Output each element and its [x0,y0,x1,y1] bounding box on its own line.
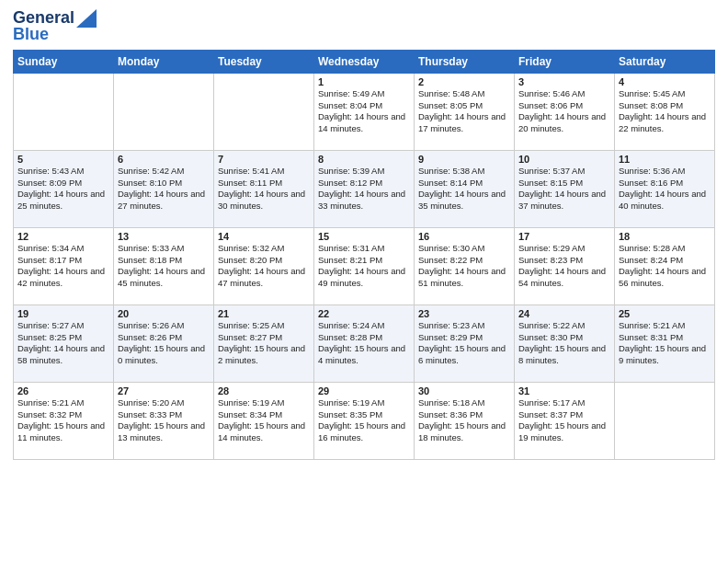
day-header-thursday: Thursday [415,50,515,73]
day-number: 20 [118,308,210,319]
day-cell: 5Sunrise: 5:43 AM Sunset: 8:09 PM Daylig… [14,150,114,227]
day-cell: 12Sunrise: 5:34 AM Sunset: 8:17 PM Dayli… [14,227,114,304]
day-info: Sunrise: 5:25 AM Sunset: 8:27 PM Dayligh… [218,320,310,367]
day-cell: 25Sunrise: 5:21 AM Sunset: 8:31 PM Dayli… [615,304,715,382]
day-info: Sunrise: 5:21 AM Sunset: 8:31 PM Dayligh… [619,320,711,367]
day-cell: 13Sunrise: 5:33 AM Sunset: 8:18 PM Dayli… [114,227,214,304]
day-info: Sunrise: 5:19 AM Sunset: 8:34 PM Dayligh… [218,397,310,444]
day-info: Sunrise: 5:36 AM Sunset: 8:16 PM Dayligh… [619,166,711,213]
day-cell: 6Sunrise: 5:42 AM Sunset: 8:10 PM Daylig… [114,150,214,227]
day-cell: 21Sunrise: 5:25 AM Sunset: 8:27 PM Dayli… [214,304,314,382]
day-cell: 2Sunrise: 5:48 AM Sunset: 8:05 PM Daylig… [415,73,515,150]
day-number: 10 [518,154,610,165]
day-cell: 20Sunrise: 5:26 AM Sunset: 8:26 PM Dayli… [114,304,214,382]
day-number: 15 [318,231,410,242]
day-info: Sunrise: 5:20 AM Sunset: 8:33 PM Dayligh… [118,397,210,444]
week-row-0: 1Sunrise: 5:49 AM Sunset: 8:04 PM Daylig… [14,73,715,150]
day-info: Sunrise: 5:23 AM Sunset: 8:29 PM Dayligh… [418,320,510,367]
day-info: Sunrise: 5:21 AM Sunset: 8:32 PM Dayligh… [17,397,109,444]
day-info: Sunrise: 5:43 AM Sunset: 8:09 PM Dayligh… [17,166,109,213]
day-info: Sunrise: 5:17 AM Sunset: 8:37 PM Dayligh… [518,397,610,444]
day-cell: 30Sunrise: 5:18 AM Sunset: 8:36 PM Dayli… [415,382,515,459]
day-cell: 26Sunrise: 5:21 AM Sunset: 8:32 PM Dayli… [14,382,114,459]
day-info: Sunrise: 5:28 AM Sunset: 8:24 PM Dayligh… [619,243,711,290]
day-header-sunday: Sunday [14,50,114,73]
day-number: 4 [619,76,711,87]
day-cell: 22Sunrise: 5:24 AM Sunset: 8:28 PM Dayli… [314,304,415,382]
day-cell: 31Sunrise: 5:17 AM Sunset: 8:37 PM Dayli… [515,382,615,459]
day-number: 26 [17,385,109,396]
day-header-monday: Monday [114,50,214,73]
day-number: 1 [318,76,410,87]
day-number: 29 [318,385,410,396]
calendar-table: SundayMondayTuesdayWednesdayThursdayFrid… [13,50,715,460]
day-info: Sunrise: 5:31 AM Sunset: 8:21 PM Dayligh… [318,243,410,290]
day-info: Sunrise: 5:46 AM Sunset: 8:06 PM Dayligh… [518,88,610,135]
day-cell: 8Sunrise: 5:39 AM Sunset: 8:12 PM Daylig… [314,150,415,227]
day-info: Sunrise: 5:32 AM Sunset: 8:20 PM Dayligh… [218,243,310,290]
day-cell: 1Sunrise: 5:49 AM Sunset: 8:04 PM Daylig… [314,73,415,150]
day-number: 7 [218,154,310,165]
day-cell [214,73,314,150]
day-cell [14,73,114,150]
logo: General Blue [13,9,97,44]
day-number: 25 [619,308,711,319]
day-cell: 7Sunrise: 5:41 AM Sunset: 8:11 PM Daylig… [214,150,314,227]
day-number: 5 [17,154,109,165]
day-number: 12 [17,231,109,242]
day-number: 30 [418,385,510,396]
day-number: 27 [118,385,210,396]
day-info: Sunrise: 5:24 AM Sunset: 8:28 PM Dayligh… [318,320,410,367]
day-info: Sunrise: 5:29 AM Sunset: 8:23 PM Dayligh… [518,243,610,290]
day-info: Sunrise: 5:27 AM Sunset: 8:25 PM Dayligh… [17,320,109,367]
day-cell: 19Sunrise: 5:27 AM Sunset: 8:25 PM Dayli… [14,304,114,382]
day-number: 18 [619,231,711,242]
day-info: Sunrise: 5:49 AM Sunset: 8:04 PM Dayligh… [318,88,410,135]
logo-triangle-icon [76,9,97,28]
day-info: Sunrise: 5:33 AM Sunset: 8:18 PM Dayligh… [118,243,210,290]
logo-text: General Blue [13,9,97,44]
day-cell [615,382,715,459]
day-header-tuesday: Tuesday [214,50,314,73]
day-number: 11 [619,154,711,165]
day-info: Sunrise: 5:18 AM Sunset: 8:36 PM Dayligh… [418,397,510,444]
day-cell: 11Sunrise: 5:36 AM Sunset: 8:16 PM Dayli… [615,150,715,227]
day-cell: 23Sunrise: 5:23 AM Sunset: 8:29 PM Dayli… [415,304,515,382]
day-number: 9 [418,154,510,165]
day-number: 17 [518,231,610,242]
day-info: Sunrise: 5:19 AM Sunset: 8:35 PM Dayligh… [318,397,410,444]
week-row-4: 26Sunrise: 5:21 AM Sunset: 8:32 PM Dayli… [14,382,715,459]
day-cell: 14Sunrise: 5:32 AM Sunset: 8:20 PM Dayli… [214,227,314,304]
day-number: 3 [518,76,610,87]
day-info: Sunrise: 5:42 AM Sunset: 8:10 PM Dayligh… [118,166,210,213]
svg-marker-0 [76,9,97,28]
day-cell: 9Sunrise: 5:38 AM Sunset: 8:14 PM Daylig… [415,150,515,227]
day-number: 24 [518,308,610,319]
week-row-3: 19Sunrise: 5:27 AM Sunset: 8:25 PM Dayli… [14,304,715,382]
day-cell: 3Sunrise: 5:46 AM Sunset: 8:06 PM Daylig… [515,73,615,150]
day-cell: 24Sunrise: 5:22 AM Sunset: 8:30 PM Dayli… [515,304,615,382]
day-number: 13 [118,231,210,242]
week-row-1: 5Sunrise: 5:43 AM Sunset: 8:09 PM Daylig… [14,150,715,227]
day-header-wednesday: Wednesday [314,50,415,73]
day-cell: 4Sunrise: 5:45 AM Sunset: 8:08 PM Daylig… [615,73,715,150]
day-number: 31 [518,385,610,396]
calendar-page: General Blue SundayMondayTuesdayWednesda… [0,0,728,563]
day-number: 21 [218,308,310,319]
day-info: Sunrise: 5:41 AM Sunset: 8:11 PM Dayligh… [218,166,310,213]
day-number: 19 [17,308,109,319]
day-cell: 10Sunrise: 5:37 AM Sunset: 8:15 PM Dayli… [515,150,615,227]
day-number: 22 [318,308,410,319]
day-info: Sunrise: 5:45 AM Sunset: 8:08 PM Dayligh… [619,88,711,135]
day-cell: 27Sunrise: 5:20 AM Sunset: 8:33 PM Dayli… [114,382,214,459]
day-info: Sunrise: 5:22 AM Sunset: 8:30 PM Dayligh… [518,320,610,367]
day-cell: 17Sunrise: 5:29 AM Sunset: 8:23 PM Dayli… [515,227,615,304]
day-header-friday: Friday [515,50,615,73]
day-info: Sunrise: 5:38 AM Sunset: 8:14 PM Dayligh… [418,166,510,213]
day-number: 23 [418,308,510,319]
day-number: 2 [418,76,510,87]
day-info: Sunrise: 5:30 AM Sunset: 8:22 PM Dayligh… [418,243,510,290]
day-cell: 28Sunrise: 5:19 AM Sunset: 8:34 PM Dayli… [214,382,314,459]
day-info: Sunrise: 5:26 AM Sunset: 8:26 PM Dayligh… [118,320,210,367]
day-number: 14 [218,231,310,242]
